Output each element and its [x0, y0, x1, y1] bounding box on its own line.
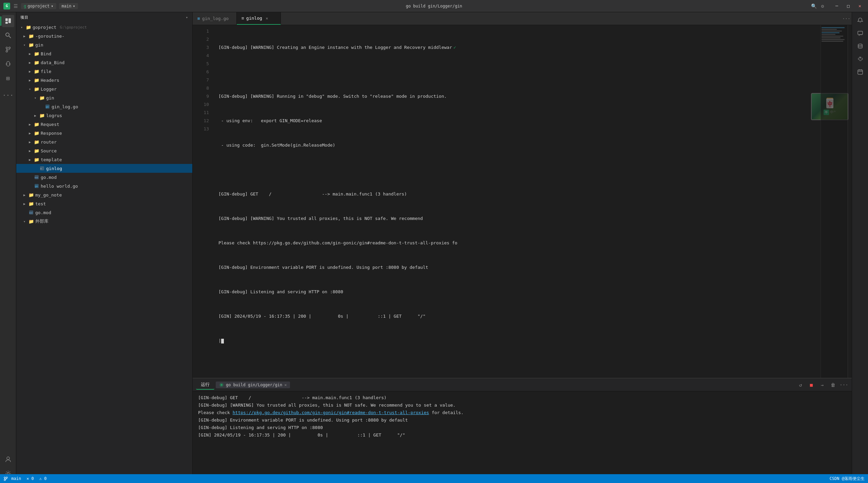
tree-item-gomod-gin[interactable]: ▶ mod go.mod [16, 173, 192, 182]
calendar-icon[interactable] [855, 67, 866, 77]
database-icon[interactable] [855, 41, 866, 52]
tab-ginlog[interactable]: ≡ ginlog ✕ [237, 12, 281, 25]
tree-item-goproject[interactable]: ▾ 📁 goproject G:\goproject [16, 23, 192, 32]
terminal-link[interactable]: https://pkg.go.dev/github.com/gin-gonic/… [233, 410, 429, 415]
sidebar-title: 项目 [20, 15, 28, 20]
search-btn[interactable]: 🔍 [811, 3, 816, 9]
panel-tab-close-icon[interactable]: ✕ [284, 383, 287, 387]
tree-item-label: Logger [41, 87, 57, 92]
tree-item-helloworld[interactable]: ▶ go hello world.go [16, 182, 192, 190]
tree-item-mynote[interactable]: ▶ 📁 my_go_note [16, 190, 192, 199]
tree-item-external[interactable]: ▾ 📁 外部库 [16, 217, 192, 226]
code-line-1: [GIN-debug] [WARNING] Creating an Engine… [218, 43, 821, 52]
tree-item-test[interactable]: ▶ 📁 test [16, 199, 192, 208]
code-line-8: [GIN-debug] [WARNING] You trusted all pr… [218, 215, 821, 223]
window-title: go build gin/Logger/gin [406, 4, 462, 8]
editor-scrollbar[interactable] [848, 25, 852, 378]
code-line-5: - using code: gin.SetMode(gin.ReleaseMod… [218, 141, 821, 149]
tree-item-gin[interactable]: ▾ 📁 gin [16, 40, 192, 49]
trash-button[interactable]: 🗑 [829, 380, 837, 389]
minimize-button[interactable]: ─ [832, 1, 842, 11]
tree-item-file[interactable]: ▶ 📁 file [16, 67, 192, 76]
expand-icon: ▶ [27, 69, 33, 74]
project-selector[interactable]: g goproject ▾ [21, 3, 56, 9]
tree-item-label: my_go_note [35, 192, 62, 198]
sidebar: 项目 ▾ ▾ 📁 goproject G:\goproject ▶ 📁 -gor… [16, 12, 193, 483]
terminal-line-6: [GIN] 2024/05/19 - 16:17:35 | 200 | 0s |… [198, 431, 846, 439]
tree-item-label: goproject [33, 25, 56, 30]
activity-extra[interactable]: ··· [2, 89, 14, 101]
folder-icon: 📁 [28, 201, 34, 206]
new-file-icon[interactable]: ▾ [186, 15, 188, 20]
hamburger-menu[interactable]: ☰ [13, 3, 18, 9]
tree-item-router[interactable]: ▶ 📁 router [16, 137, 192, 146]
tools-icon[interactable] [855, 54, 866, 64]
folder-icon: 📁 [34, 86, 39, 92]
svg-point-7 [6, 51, 7, 52]
activity-accounts[interactable] [2, 453, 14, 465]
tree-item-logrus[interactable]: ▶ 📁 logrus [16, 111, 192, 120]
tree-item-request[interactable]: ▶ 📁 Request [16, 120, 192, 129]
tree-item-label: data_Bind [41, 60, 64, 65]
tree-item-databind[interactable]: ▶ 📁 data_Bind [16, 58, 192, 67]
activity-extensions[interactable]: ⊞ [2, 72, 14, 84]
svg-line-4 [9, 36, 11, 38]
folder-icon: 📁 [34, 122, 39, 127]
tree-item-label: -goroutine- [35, 34, 64, 39]
close-button[interactable]: ✕ [855, 1, 865, 11]
maximize-button[interactable]: □ [844, 1, 853, 11]
tab-ginloggo[interactable]: ≡ gin_log.go [193, 12, 237, 25]
branch-name: main [11, 476, 21, 481]
activity-debug[interactable] [2, 58, 14, 70]
svg-rect-27 [858, 31, 863, 35]
svg-text:go: go [35, 185, 38, 188]
panel-tab-run[interactable]: 运行 [196, 380, 214, 390]
file-icon: ≡ [39, 166, 45, 171]
status-errors: ✕ 0 [26, 476, 34, 481]
editor-terminal-container: ≡ gin_log.go ≡ ginlog ✕ ··· 12345 678910… [193, 12, 852, 483]
tree-item-gomod-root[interactable]: ▶ mod go.mod [16, 208, 192, 217]
tree-item-ginlog[interactable]: ▶ ≡ ginlog [16, 164, 192, 173]
folder-icon: 📁 [39, 113, 45, 118]
activity-git[interactable] [2, 43, 14, 56]
tree-item-bind[interactable]: ▶ 📁 Bind [16, 49, 192, 58]
activity-search[interactable] [2, 29, 14, 41]
branch-selector[interactable]: main ▾ [59, 3, 78, 9]
more-actions-button[interactable]: ··· [840, 380, 848, 389]
sidebar-header-actions: ▾ [186, 15, 188, 20]
svg-line-10 [6, 64, 7, 65]
run-icon [219, 383, 224, 387]
tree-item-goroutine[interactable]: ▶ 📁 -goroutine- [16, 32, 192, 40]
minimap [821, 25, 848, 378]
tree-item-source[interactable]: ▶ 📁 Source [16, 146, 192, 155]
tree-item-logger[interactable]: ▾ 📁 Logger [16, 85, 192, 93]
notification-icon[interactable] [855, 15, 866, 26]
svg-line-11 [9, 64, 11, 65]
stop-button[interactable]: ■ [807, 380, 816, 389]
tree-item-template[interactable]: ▶ 📁 template [16, 155, 192, 164]
code-editor[interactable]: [GIN-debug] [WARNING] Creating an Engine… [213, 25, 821, 378]
expand-icon: ▶ [27, 122, 33, 127]
tree-item-label: logrus [46, 113, 62, 118]
tab-close-icon[interactable]: ✕ [264, 16, 270, 21]
right-sidebar [852, 12, 868, 483]
activity-explorer[interactable] [2, 15, 14, 27]
tree-item-headers[interactable]: ▶ 📁 Headers [16, 76, 192, 85]
code-line-12: [GIN] 2024/05/19 - 16:17:35 | 200 | 0s |… [218, 312, 821, 320]
sidebar-header: 项目 ▾ [16, 12, 192, 23]
tree-item-label: 外部库 [35, 218, 49, 224]
titlebar-right: 🔍 ⚙ ─ □ ✕ [811, 1, 865, 11]
forward-button[interactable]: → [818, 380, 827, 389]
chat-icon[interactable] [855, 28, 866, 39]
project-icon: g [24, 4, 26, 8]
panel-run-task[interactable]: go build gin/Logger/gin ✕ [216, 382, 290, 388]
code-line-7: [GIN-debug] GET / --> main.main.func1 (3… [218, 190, 821, 198]
restart-button[interactable]: ↺ [796, 380, 805, 389]
tree-item-response[interactable]: ▶ 📁 Response [16, 129, 192, 137]
tree-item-label: Response [41, 131, 62, 136]
tree-item-ginloggo[interactable]: ▶ go gin_log.go [16, 102, 192, 111]
tree-item-path: G:\goproject [60, 25, 86, 30]
tab-more-button[interactable]: ··· [841, 13, 852, 24]
settings-btn[interactable]: ⚙ [820, 3, 825, 9]
tree-item-gin-sub[interactable]: ▾ 📁 gin [16, 93, 192, 102]
